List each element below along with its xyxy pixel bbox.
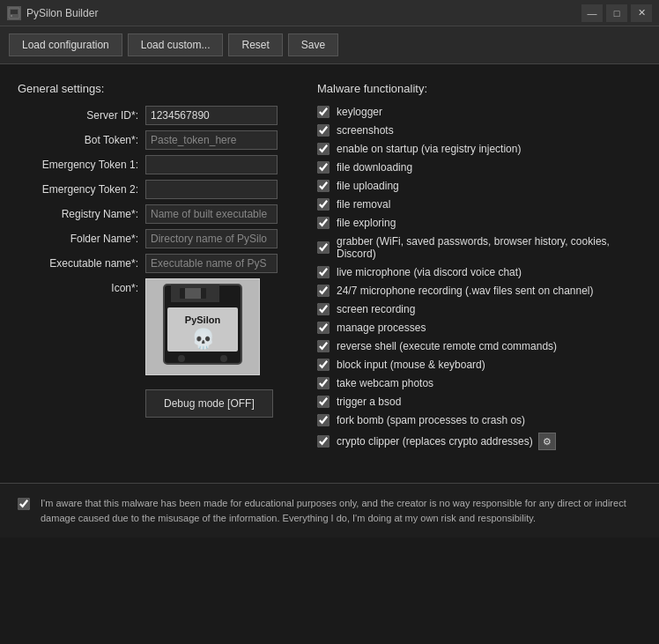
svg-text:💀: 💀 <box>191 327 216 351</box>
list-item: screenshots <box>317 124 641 137</box>
list-item: grabber (WiFi, saved passwords, browser … <box>317 235 641 260</box>
reset-button[interactable]: Reset <box>228 33 282 56</box>
trigger-bsod-checkbox[interactable] <box>317 396 330 408</box>
list-item: crypto clipper (replaces crypto addresse… <box>317 433 641 450</box>
microphone-recording-label: 24/7 microphone recording (.wav files se… <box>337 285 594 297</box>
load-custom-button[interactable]: Load custom... <box>128 33 224 56</box>
list-item: trigger a bsod <box>317 396 641 408</box>
registry-name-row: Registry Name*: <box>18 204 300 224</box>
file-removal-checkbox[interactable] <box>317 198 330 211</box>
right-panel: Malware functionality: keyloggerscreensh… <box>317 82 641 456</box>
screen-recording-label: screen recording <box>337 303 415 315</box>
list-item: manage processes <box>317 322 641 334</box>
server-id-label: Server ID*: <box>18 109 145 122</box>
microphone-recording-checkbox[interactable] <box>317 285 330 297</box>
list-item: keylogger <box>317 106 641 118</box>
server-id-input[interactable] <box>145 106 278 125</box>
bot-token-label: Bot Token*: <box>18 134 145 146</box>
list-item: enable on startup (via registry injectio… <box>317 143 641 155</box>
svg-point-11 <box>178 355 185 362</box>
trigger-bsod-label: trigger a bsod <box>337 396 401 408</box>
webcam-photos-checkbox[interactable] <box>317 377 330 389</box>
registry-name-input[interactable] <box>145 204 278 224</box>
svg-rect-1 <box>11 10 18 14</box>
close-button[interactable]: ✕ <box>631 4 652 22</box>
load-configuration-button[interactable]: Load configuration <box>9 33 122 56</box>
reverse-shell-checkbox[interactable] <box>317 340 330 352</box>
folder-name-row: Folder Name*: <box>18 229 300 248</box>
enable-on-startup-label: enable on startup (via registry injectio… <box>337 143 521 155</box>
feature-list: keyloggerscreenshotsenable on startup (v… <box>317 106 641 450</box>
svg-rect-2 <box>11 15 12 17</box>
file-removal-label: file removal <box>337 198 390 211</box>
keylogger-checkbox[interactable] <box>317 106 330 118</box>
icon-row: Icon*: PySilon <box>18 278 300 375</box>
folder-name-input[interactable] <box>145 229 278 248</box>
block-input-checkbox[interactable] <box>317 359 330 371</box>
disclaimer-text: I'm aware that this malware has been mad… <box>41 496 641 525</box>
screenshots-label: screenshots <box>337 124 394 137</box>
grabber-checkbox[interactable] <box>317 241 330 254</box>
manage-processes-checkbox[interactable] <box>317 322 330 334</box>
title-bar: PySilon Builder — □ ✕ <box>0 0 659 26</box>
list-item: file removal <box>317 198 641 211</box>
list-item: 24/7 microphone recording (.wav files se… <box>317 285 641 297</box>
app-icon <box>7 6 21 20</box>
file-exploring-label: file exploring <box>337 217 396 229</box>
list-item: fork bomb (spam processes to crash os) <box>317 414 641 426</box>
main-content: General settings: Server ID*: Bot Token*… <box>0 64 659 474</box>
emergency-token2-label: Emergency Token 2: <box>18 183 145 196</box>
file-uploading-label: file uploading <box>337 180 399 192</box>
list-item: take webcam photos <box>317 377 641 389</box>
executable-name-row: Executable name*: <box>18 254 300 273</box>
folder-name-label: Folder Name*: <box>18 233 145 245</box>
list-item: file uploading <box>317 180 641 192</box>
file-downloading-checkbox[interactable] <box>317 161 330 174</box>
file-downloading-label: file downloading <box>337 161 412 174</box>
crypto-clipper-gear-icon[interactable]: ⚙ <box>538 433 556 450</box>
bot-token-input[interactable] <box>145 130 278 150</box>
svg-text:PySilon: PySilon <box>185 315 221 325</box>
emergency-token1-input[interactable] <box>145 155 278 174</box>
fork-bomb-label: fork bomb (spam processes to crash os) <box>337 414 525 426</box>
enable-on-startup-checkbox[interactable] <box>317 143 330 155</box>
svg-point-12 <box>220 355 227 362</box>
live-microphone-checkbox[interactable] <box>317 266 330 278</box>
footer: I'm aware that this malware has been mad… <box>0 483 659 537</box>
server-id-row: Server ID*: <box>18 106 300 125</box>
malware-functionality-title: Malware functionality: <box>317 82 641 95</box>
disclaimer-checkbox[interactable] <box>18 498 30 510</box>
list-item: file exploring <box>317 217 641 229</box>
manage-processes-label: manage processes <box>337 322 426 334</box>
screen-recording-checkbox[interactable] <box>317 303 330 315</box>
crypto-clipper-label: crypto clipper (replaces crypto addresse… <box>337 435 533 448</box>
emergency-token1-label: Emergency Token 1: <box>18 159 145 171</box>
fork-bomb-checkbox[interactable] <box>317 414 330 426</box>
minimize-button[interactable]: — <box>581 4 603 22</box>
debug-mode-button[interactable]: Debug mode [OFF] <box>145 389 273 418</box>
icon-preview[interactable]: PySilon 💀 <box>145 278 260 375</box>
webcam-photos-label: take webcam photos <box>337 377 433 389</box>
live-microphone-label: live microphone (via discord voice chat) <box>337 266 522 278</box>
window-title: PySilon Builder <box>26 7 581 19</box>
emergency-token2-row: Emergency Token 2: <box>18 180 300 199</box>
screenshots-checkbox[interactable] <box>317 124 330 137</box>
block-input-label: block input (mouse & keyboard) <box>337 359 485 371</box>
list-item: file downloading <box>317 161 641 174</box>
file-exploring-checkbox[interactable] <box>317 217 330 229</box>
executable-name-input[interactable] <box>145 254 278 273</box>
icon-label: Icon*: <box>18 278 145 294</box>
list-item: screen recording <box>317 303 641 315</box>
bot-token-row: Bot Token*: <box>18 130 300 150</box>
emergency-token1-row: Emergency Token 1: <box>18 155 300 174</box>
crypto-clipper-checkbox[interactable] <box>317 435 330 448</box>
list-item: reverse shell (execute remote cmd comman… <box>317 340 641 352</box>
executable-name-label: Executable name*: <box>18 257 145 270</box>
list-item: live microphone (via discord voice chat) <box>317 266 641 278</box>
emergency-token2-input[interactable] <box>145 180 278 199</box>
registry-name-label: Registry Name*: <box>18 208 145 220</box>
save-button[interactable]: Save <box>288 33 338 56</box>
file-uploading-checkbox[interactable] <box>317 180 330 192</box>
maximize-button[interactable]: □ <box>606 4 627 22</box>
general-settings-title: General settings: <box>18 82 300 95</box>
